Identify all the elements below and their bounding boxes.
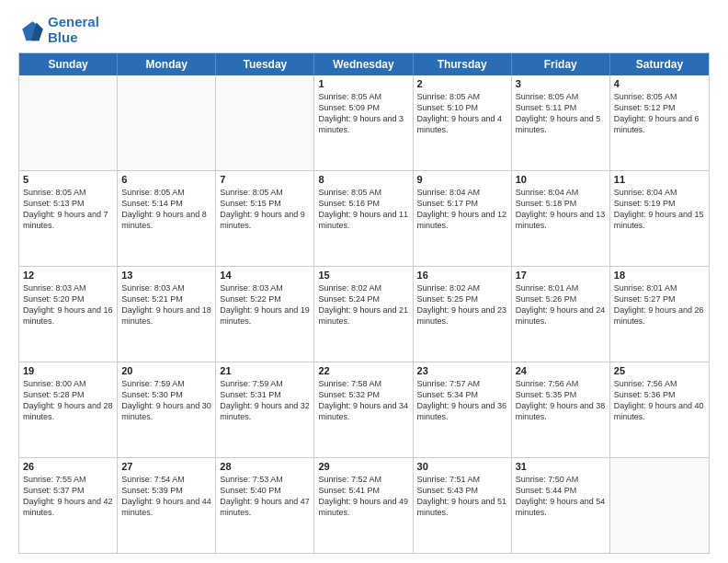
calendar-day-3: 3 Sunrise: 8:05 AMSunset: 5:11 PMDayligh… [512,75,610,170]
cell-info: Sunrise: 8:03 AMSunset: 5:22 PMDaylight:… [220,282,310,327]
cell-info: Sunrise: 8:04 AMSunset: 5:17 PMDaylight:… [417,187,507,232]
calendar-row: 5 Sunrise: 8:05 AMSunset: 5:13 PMDayligh… [19,170,709,266]
cell-info: Sunrise: 8:05 AMSunset: 5:15 PMDaylight:… [220,187,310,232]
day-number: 28 [220,461,310,472]
cell-info: Sunrise: 8:02 AMSunset: 5:24 PMDaylight:… [318,282,408,327]
cell-info: Sunrise: 8:01 AMSunset: 5:26 PMDaylight:… [516,282,606,327]
cell-info: Sunrise: 8:04 AMSunset: 5:19 PMDaylight:… [614,187,705,232]
day-number: 31 [516,461,606,472]
day-number: 23 [417,365,507,376]
calendar-day-19: 19 Sunrise: 8:00 AMSunset: 5:28 PMDaylig… [19,362,118,457]
calendar-row: 1 Sunrise: 8:05 AMSunset: 5:09 PMDayligh… [19,75,709,170]
day-number: 30 [417,461,507,472]
day-number: 8 [318,174,408,185]
calendar-day-14: 14 Sunrise: 8:03 AMSunset: 5:22 PMDaylig… [216,267,314,362]
calendar-day-16: 16 Sunrise: 8:02 AMSunset: 5:25 PMDaylig… [414,267,512,362]
day-number: 11 [614,174,705,185]
calendar-day-25: 25 Sunrise: 7:56 AMSunset: 5:36 PMDaylig… [610,362,709,457]
cell-info: Sunrise: 7:51 AMSunset: 5:43 PMDaylight:… [417,474,507,519]
day-number: 25 [614,365,705,376]
day-number: 10 [516,174,606,185]
day-number: 1 [318,78,408,89]
calendar-empty-cell [19,75,118,170]
cell-info: Sunrise: 7:59 AMSunset: 5:30 PMDaylight:… [121,378,211,423]
weekday-header: Sunday [19,53,118,75]
cell-info: Sunrise: 7:53 AMSunset: 5:40 PMDaylight:… [220,474,310,519]
cell-info: Sunrise: 8:05 AMSunset: 5:11 PMDaylight:… [516,91,606,136]
day-number: 13 [121,270,211,281]
calendar: SundayMondayTuesdayWednesdayThursdayFrid… [18,52,710,554]
page: General Blue SundayMondayTuesdayWednesda… [0,0,728,563]
cell-info: Sunrise: 8:00 AMSunset: 5:28 PMDaylight:… [23,378,113,423]
cell-info: Sunrise: 8:04 AMSunset: 5:18 PMDaylight:… [516,187,606,232]
cell-info: Sunrise: 8:05 AMSunset: 5:14 PMDaylight:… [121,187,211,232]
weekday-header: Thursday [414,53,512,75]
calendar-day-4: 4 Sunrise: 8:05 AMSunset: 5:12 PMDayligh… [610,75,709,170]
calendar-day-20: 20 Sunrise: 7:59 AMSunset: 5:30 PMDaylig… [118,362,216,457]
calendar-day-28: 28 Sunrise: 7:53 AMSunset: 5:40 PMDaylig… [216,458,314,553]
calendar-day-10: 10 Sunrise: 8:04 AMSunset: 5:18 PMDaylig… [512,171,610,266]
day-number: 18 [614,270,705,281]
cell-info: Sunrise: 7:52 AMSunset: 5:41 PMDaylight:… [318,474,408,519]
calendar-day-13: 13 Sunrise: 8:03 AMSunset: 5:21 PMDaylig… [118,267,216,362]
cell-info: Sunrise: 8:03 AMSunset: 5:20 PMDaylight:… [23,282,113,327]
day-number: 16 [417,270,507,281]
calendar-day-30: 30 Sunrise: 7:51 AMSunset: 5:43 PMDaylig… [414,458,512,553]
cell-info: Sunrise: 8:05 AMSunset: 5:16 PMDaylight:… [318,187,408,232]
calendar-day-17: 17 Sunrise: 8:01 AMSunset: 5:26 PMDaylig… [512,267,610,362]
day-number: 2 [417,78,507,89]
cell-info: Sunrise: 7:56 AMSunset: 5:35 PMDaylight:… [516,378,606,423]
calendar-day-31: 31 Sunrise: 7:50 AMSunset: 5:44 PMDaylig… [512,458,610,553]
day-number: 4 [614,78,705,89]
calendar-day-21: 21 Sunrise: 7:59 AMSunset: 5:31 PMDaylig… [216,362,314,457]
weekday-header: Tuesday [216,53,314,75]
calendar-day-24: 24 Sunrise: 7:56 AMSunset: 5:35 PMDaylig… [512,362,610,457]
calendar-day-5: 5 Sunrise: 8:05 AMSunset: 5:13 PMDayligh… [19,171,118,266]
day-number: 29 [318,461,408,472]
day-number: 12 [23,270,113,281]
day-number: 14 [220,270,310,281]
cell-info: Sunrise: 7:58 AMSunset: 5:32 PMDaylight:… [318,378,408,423]
calendar-row: 12 Sunrise: 8:03 AMSunset: 5:20 PMDaylig… [19,266,709,362]
logo: General Blue [18,15,99,45]
cell-info: Sunrise: 8:05 AMSunset: 5:13 PMDaylight:… [23,187,113,232]
weekday-header: Friday [512,53,610,75]
calendar-row: 19 Sunrise: 8:00 AMSunset: 5:28 PMDaylig… [19,362,709,457]
calendar-day-11: 11 Sunrise: 8:04 AMSunset: 5:19 PMDaylig… [610,171,709,266]
day-number: 24 [516,365,606,376]
calendar-day-23: 23 Sunrise: 7:57 AMSunset: 5:34 PMDaylig… [414,362,512,457]
calendar-day-1: 1 Sunrise: 8:05 AMSunset: 5:09 PMDayligh… [314,75,413,170]
day-number: 6 [121,174,211,185]
cell-info: Sunrise: 8:05 AMSunset: 5:12 PMDaylight:… [614,91,705,136]
calendar-day-9: 9 Sunrise: 8:04 AMSunset: 5:17 PMDayligh… [414,171,512,266]
calendar-day-26: 26 Sunrise: 7:55 AMSunset: 5:37 PMDaylig… [19,458,118,553]
cell-info: Sunrise: 8:05 AMSunset: 5:09 PMDaylight:… [318,91,408,136]
cell-info: Sunrise: 7:59 AMSunset: 5:31 PMDaylight:… [220,378,310,423]
day-number: 20 [121,365,211,376]
day-number: 5 [23,174,113,185]
day-number: 21 [220,365,310,376]
calendar-header: SundayMondayTuesdayWednesdayThursdayFrid… [19,53,709,75]
calendar-day-15: 15 Sunrise: 8:02 AMSunset: 5:24 PMDaylig… [314,267,413,362]
calendar-body: 1 Sunrise: 8:05 AMSunset: 5:09 PMDayligh… [19,75,709,553]
weekday-header: Wednesday [314,53,413,75]
day-number: 27 [121,461,211,472]
day-number: 3 [516,78,606,89]
day-number: 22 [318,365,408,376]
cell-info: Sunrise: 8:03 AMSunset: 5:21 PMDaylight:… [121,282,211,327]
calendar-empty-cell [118,75,216,170]
calendar-empty-cell [216,75,314,170]
calendar-row: 26 Sunrise: 7:55 AMSunset: 5:37 PMDaylig… [19,457,709,553]
cell-info: Sunrise: 8:02 AMSunset: 5:25 PMDaylight:… [417,282,507,327]
weekday-header: Saturday [610,53,709,75]
cell-info: Sunrise: 7:57 AMSunset: 5:34 PMDaylight:… [417,378,507,423]
day-number: 19 [23,365,113,376]
calendar-day-22: 22 Sunrise: 7:58 AMSunset: 5:32 PMDaylig… [314,362,413,457]
calendar-day-6: 6 Sunrise: 8:05 AMSunset: 5:14 PMDayligh… [118,171,216,266]
cell-info: Sunrise: 7:55 AMSunset: 5:37 PMDaylight:… [23,474,113,519]
calendar-day-27: 27 Sunrise: 7:54 AMSunset: 5:39 PMDaylig… [118,458,216,553]
calendar-day-7: 7 Sunrise: 8:05 AMSunset: 5:15 PMDayligh… [216,171,314,266]
calendar-day-2: 2 Sunrise: 8:05 AMSunset: 5:10 PMDayligh… [414,75,512,170]
calendar-day-18: 18 Sunrise: 8:01 AMSunset: 5:27 PMDaylig… [610,267,709,362]
weekday-header: Monday [118,53,216,75]
